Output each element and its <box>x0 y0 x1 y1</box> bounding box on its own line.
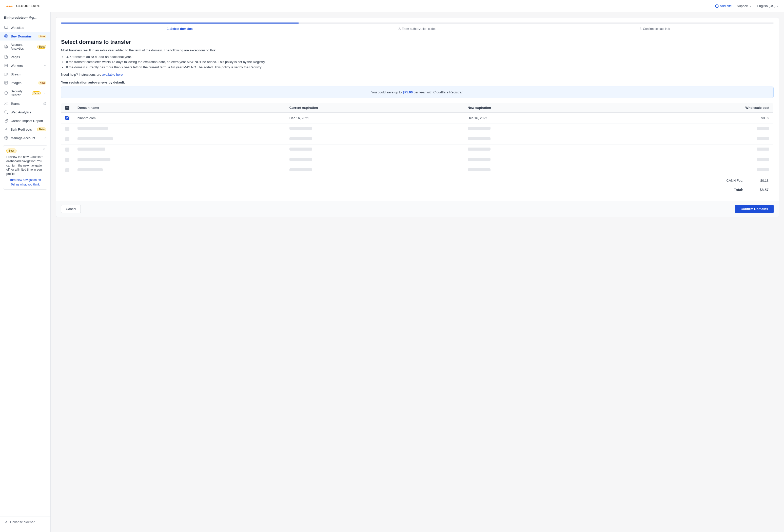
exception-item-3: If the domain currently has more than 9 … <box>66 65 774 70</box>
stepper-fill-active <box>61 23 299 24</box>
pages-label: Pages <box>11 55 46 59</box>
beta-notice-close-button[interactable]: × <box>43 148 45 152</box>
sidebar-item-buy-domains[interactable]: Buy Domains New <box>0 32 50 40</box>
topnav: CLOUDFLARE Add site Support English (US) <box>0 0 784 12</box>
feedback-link[interactable]: Tell us what you think <box>6 183 44 186</box>
support-menu[interactable]: Support <box>737 4 752 8</box>
video-icon <box>4 72 8 76</box>
table-row-skeleton-2 <box>61 134 774 144</box>
logo: CLOUDFLARE <box>5 3 40 9</box>
redirect-icon <box>4 127 8 131</box>
users-icon <box>4 101 8 106</box>
sidebar-item-websites[interactable]: Websites <box>0 23 50 32</box>
sidebar: Binhprodotcom@g... Websites Buy Domains … <box>0 12 51 532</box>
security-center-label: Security Center <box>11 89 28 97</box>
sidebar-item-manage-account[interactable]: Manage Account <box>0 134 50 142</box>
sidebar-item-security-center[interactable]: Security Center Beta <box>0 87 50 99</box>
domain-name-header: Domain name <box>74 103 285 112</box>
sidebar-item-bulk-redirects[interactable]: Bulk Redirects Beta <box>0 125 50 134</box>
select-all-checkbox[interactable] <box>65 106 69 110</box>
new-exp-cell: Dec 16, 2022 <box>464 112 617 123</box>
globe-icon <box>4 34 8 38</box>
cancel-button[interactable]: Cancel <box>61 205 81 213</box>
bulk-redirects-label: Bulk Redirects <box>11 127 34 131</box>
grand-total-row: Total: $8.57 <box>718 188 768 192</box>
confirm-domains-button[interactable]: Confirm Domains <box>735 205 774 213</box>
manage-account-chevron-icon <box>43 137 46 140</box>
logo-text: CLOUDFLARE <box>16 4 40 8</box>
websites-label: Websites <box>11 26 46 30</box>
skeleton-newexp-1 <box>464 123 617 134</box>
exception-item-1: .UK transfers do NOT add an additional y… <box>66 54 774 60</box>
table-header-row: Domain name Current expiration New expir… <box>61 103 774 112</box>
current-exp-cell: Dec 16, 2021 <box>285 112 464 123</box>
stepper-label-2: 2. Enter authorization codes <box>299 26 536 34</box>
stepper-fill-inactive-1 <box>299 23 536 24</box>
skeleton-exp-1 <box>285 123 464 134</box>
turn-off-nav-link[interactable]: Turn new navigation off <box>6 178 44 182</box>
sidebar-item-pages[interactable]: Pages <box>0 53 50 61</box>
available-here-link[interactable]: available here <box>102 72 123 77</box>
main-content: 1. Select domains 2. Enter authorization… <box>51 12 784 532</box>
svg-point-18 <box>5 82 6 83</box>
security-center-chevron-icon <box>43 92 46 95</box>
cost-cell: $8.39 <box>617 112 774 123</box>
beta-badge-security: Beta <box>32 91 41 95</box>
stepper-label-1: 1. Select domains <box>61 26 299 34</box>
auto-renew-note: Your registration auto-renews by default… <box>61 80 774 85</box>
monitor-icon <box>4 26 8 30</box>
exception-list: .UK transfers do NOT add an additional y… <box>66 54 774 70</box>
exception-item-2: If the transfer completes within 45 days… <box>66 59 774 65</box>
icann-fee-label: ICANN Fee: <box>718 179 743 182</box>
svg-rect-5 <box>5 64 8 67</box>
help-text: Need help? Instructions are available he… <box>61 72 774 77</box>
stepper-labels: 1. Select domains 2. Enter authorization… <box>61 26 774 34</box>
language-menu[interactable]: English (US) <box>757 4 779 8</box>
stepper-fill-inactive-2 <box>536 23 774 24</box>
sidebar-item-web-analytics[interactable]: Web Analytics <box>0 108 50 116</box>
beta-badge: Beta <box>37 45 46 49</box>
new-badge-images: New <box>38 81 46 85</box>
sidebar-item-teams[interactable]: Teams <box>0 99 50 108</box>
svg-rect-1 <box>4 26 8 28</box>
current-expiration-header: Current expiration <box>285 103 464 112</box>
web-analytics-label: Web Analytics <box>11 110 46 114</box>
document-icon <box>4 45 8 49</box>
topnav-right: Add site Support English (US) <box>715 4 779 8</box>
sidebar-item-account-analytics[interactable]: Account Analytics Beta <box>0 40 50 53</box>
sidebar-item-stream[interactable]: Stream <box>0 70 50 79</box>
cpu-icon <box>4 63 8 67</box>
total-label: Total: <box>718 188 743 192</box>
row-checkbox-cell <box>61 112 74 123</box>
leaf-icon <box>4 119 8 123</box>
wholesale-cost-header: Wholesale cost <box>617 103 774 112</box>
sidebar-item-images[interactable]: Images New <box>0 79 50 87</box>
icann-fee-row: ICANN Fee: $0.18 <box>718 179 768 182</box>
sidebar-item-workers[interactable]: Workers <box>0 61 50 70</box>
account-analytics-label: Account Analytics <box>11 43 34 50</box>
beta-notice-badge: Beta <box>6 149 17 153</box>
buy-domains-label: Buy Domains <box>11 34 34 38</box>
domain-checkbox-binhpro[interactable] <box>65 116 69 120</box>
savings-banner: You could save up to $75.00 per year wit… <box>61 87 774 98</box>
image-icon <box>4 81 8 85</box>
sidebar-item-carbon[interactable]: Carbon Impact Report <box>0 116 50 125</box>
svg-rect-16 <box>4 73 7 75</box>
svg-point-21 <box>5 111 7 113</box>
table-row-skeleton-5 <box>61 165 774 175</box>
table-row: binhpro.com Dec 16, 2021 Dec 16, 2022 $8… <box>61 112 774 123</box>
add-site-button[interactable]: Add site <box>715 4 732 8</box>
manage-account-label: Manage Account <box>11 136 41 140</box>
teams-external-icon <box>43 102 46 105</box>
account-name: Binhprodotcom@g... <box>0 12 50 23</box>
table-row-skeleton-1 <box>61 123 774 134</box>
stepper-label-3: 3. Confirm contact info <box>536 26 774 34</box>
table-row-skeleton-3 <box>61 144 774 155</box>
beta-notice-text: Preview the new Cloudflare dashboard nav… <box>6 155 44 176</box>
svg-marker-15 <box>7 73 8 75</box>
file-icon <box>4 55 8 59</box>
collapse-sidebar-button[interactable]: Collapse sidebar <box>0 516 50 527</box>
icann-fee-value: $0.18 <box>753 179 768 182</box>
checkbox-col-header <box>61 103 74 112</box>
gear-icon <box>4 136 8 140</box>
